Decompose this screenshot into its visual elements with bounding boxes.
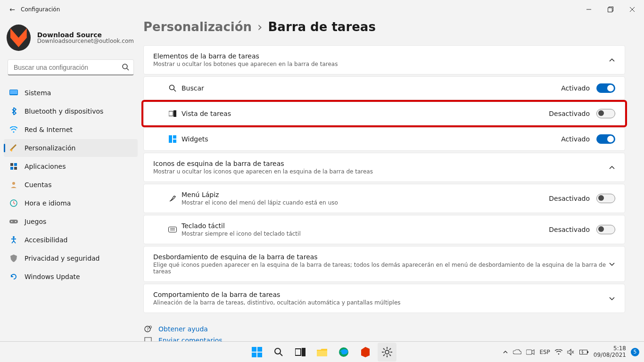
svg-line-52 — [383, 354, 385, 356]
title-bar: ← Configuración — [0, 0, 644, 19]
row-subtitle: Mostrar siempre el icono del teclado tác… — [182, 230, 301, 237]
toggle-vista-de-tareas[interactable] — [596, 109, 615, 118]
taskbar: ESP 5:18 09/08/2021 5 — [0, 341, 644, 362]
toggle-widgets[interactable] — [596, 134, 615, 144]
svg-point-44 — [385, 350, 389, 354]
chevron-down-icon — [609, 295, 615, 302]
sidebar-item-label: Hora e idioma — [25, 199, 71, 207]
row-status: Activado — [561, 84, 590, 92]
pen-icon — [166, 195, 179, 202]
sidebar-item-bluetooth[interactable]: Bluetooth y dispositivos — [4, 102, 138, 120]
sidebar-item-label: Sistema — [25, 89, 51, 97]
svg-rect-58 — [587, 351, 588, 353]
gamepad-icon — [9, 219, 18, 224]
row-label: Menú Lápiz — [182, 191, 338, 198]
sidebar-item-label: Juegos — [25, 218, 46, 225]
clock[interactable]: 5:18 09/08/2021 — [594, 346, 626, 358]
sidebar-item-juegos[interactable]: Juegos — [4, 213, 138, 230]
sidebar-item-accesibilidad[interactable]: Accesibilidad — [4, 231, 138, 249]
wifi-icon — [9, 126, 18, 133]
toggle-menu-lapiz[interactable] — [596, 194, 615, 203]
get-help-link[interactable]: Obtener ayuda — [158, 325, 208, 333]
section-corner-icons-header[interactable]: Iconos de esquina de la barra de tareas … — [143, 153, 625, 182]
svg-rect-23 — [173, 110, 176, 117]
section-title: Iconos de esquina de la barra de tareas — [153, 160, 373, 167]
sidebar-item-label: Cuentas — [25, 181, 52, 189]
section-subtitle: Elige qué iconos pueden aparecer en la e… — [153, 262, 609, 275]
person-icon — [9, 181, 18, 188]
section-overflow-header[interactable]: Desbordamiento de esquina de la barra de… — [143, 246, 625, 282]
edge-button[interactable] — [334, 343, 353, 362]
section-behavior-header[interactable]: Comportamiento de la barra de tareas Ali… — [143, 284, 625, 313]
volume-tray-icon[interactable] — [567, 349, 575, 355]
maximize-button[interactable] — [600, 0, 621, 19]
sidebar-item-personalizacion[interactable]: Personalización — [4, 139, 138, 157]
user-email: Downloadsourcenet@outlook.com — [37, 38, 134, 44]
sidebar-item-hora[interactable]: Hora e idioma — [4, 194, 138, 212]
svg-rect-16 — [9, 220, 18, 223]
sidebar-item-sistema[interactable]: Sistema — [4, 84, 138, 102]
explorer-button[interactable] — [313, 343, 331, 362]
row-status: Desactivado — [549, 195, 590, 202]
sidebar-item-label: Red & Internet — [25, 126, 73, 133]
svg-line-39 — [280, 354, 282, 356]
section-taskbar-items-header[interactable]: Elementos de la barra de tareas Mostrar … — [143, 45, 625, 74]
start-button[interactable] — [248, 343, 266, 362]
breadcrumb-parent[interactable]: Personalización — [143, 20, 252, 34]
shield-icon — [9, 255, 18, 262]
chevron-up-icon — [609, 57, 615, 63]
row-teclado-tactil: Teclado táctil Mostrar siempre el icono … — [143, 215, 625, 244]
language-indicator[interactable]: ESP — [539, 349, 550, 355]
apps-icon — [9, 163, 18, 170]
row-label: Vista de tareas — [182, 110, 231, 117]
avatar — [7, 25, 31, 51]
row-vista-de-tareas: Vista de tareas Desactivado — [143, 102, 625, 125]
section-title: Comportamiento de la barra de tareas — [153, 291, 401, 298]
svg-rect-2 — [608, 8, 612, 12]
sidebar-item-label: Aplicaciones — [25, 163, 66, 170]
sidebar: Download Source Downloadsourcenet@outloo… — [0, 19, 141, 362]
svg-point-18 — [11, 221, 12, 222]
svg-text:?: ? — [147, 327, 149, 332]
svg-rect-37 — [257, 353, 262, 357]
sidebar-item-update[interactable]: Windows Update — [4, 268, 138, 286]
notification-badge[interactable]: 5 — [631, 348, 639, 356]
office-button[interactable] — [356, 343, 375, 362]
row-buscar: Buscar Activado — [143, 76, 625, 100]
sidebar-item-privacidad[interactable]: Privacidad y seguridad — [4, 249, 138, 267]
toggle-buscar[interactable] — [596, 83, 615, 93]
wifi-tray-icon[interactable] — [555, 349, 562, 355]
sidebar-item-label: Personalización — [25, 144, 75, 152]
bluetooth-icon — [9, 107, 18, 115]
sidebar-item-aplicaciones[interactable]: Aplicaciones — [4, 157, 138, 175]
search-icon[interactable] — [122, 63, 129, 71]
user-block[interactable]: Download Source Downloadsourcenet@outloo… — [2, 21, 140, 59]
meet-now-icon[interactable] — [526, 349, 535, 355]
taskbar-search-button[interactable] — [269, 343, 288, 362]
settings-taskbar-button[interactable] — [378, 343, 396, 362]
svg-line-21 — [174, 90, 176, 92]
svg-rect-11 — [14, 163, 17, 166]
svg-rect-22 — [169, 111, 173, 116]
close-button[interactable] — [621, 0, 643, 19]
row-widgets: Widgets Activado — [143, 127, 625, 151]
monitor-icon — [9, 90, 18, 96]
minimize-button[interactable] — [578, 0, 600, 19]
task-view-button[interactable] — [291, 343, 310, 362]
search-input[interactable] — [8, 59, 134, 75]
svg-point-38 — [275, 348, 281, 354]
back-button[interactable]: ← — [6, 6, 19, 13]
toggle-teclado-tactil[interactable] — [596, 225, 615, 234]
battery-tray-icon[interactable] — [579, 349, 589, 355]
svg-point-20 — [170, 85, 174, 90]
row-subtitle: Mostrar el icono del menú del lápiz cuan… — [182, 199, 338, 206]
tray-chevron-icon[interactable] — [503, 349, 508, 355]
svg-rect-8 — [10, 90, 17, 94]
sidebar-item-red[interactable]: Red & Internet — [4, 121, 138, 139]
sidebar-item-cuentas[interactable]: Cuentas — [4, 176, 138, 194]
row-status: Activado — [561, 135, 590, 143]
svg-line-51 — [389, 348, 391, 350]
svg-rect-42 — [317, 351, 327, 356]
sidebar-item-label: Windows Update — [25, 273, 80, 280]
onedrive-icon[interactable] — [513, 349, 521, 355]
